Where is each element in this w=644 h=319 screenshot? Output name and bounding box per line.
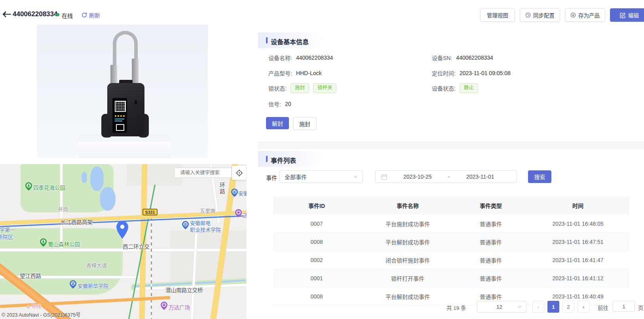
screen-text-line1 bbox=[115, 119, 124, 119]
goto-page-input-wrap bbox=[613, 301, 635, 312]
date-end[interactable]: 2023-11-01 bbox=[450, 174, 511, 180]
map-label-qianshan-rd: 潜山南路立交桥 bbox=[165, 286, 203, 294]
map-label-jinggang: 井岗 bbox=[58, 205, 68, 213]
device-state-badge: 静止 bbox=[460, 83, 478, 93]
date-range-picker[interactable]: 2023-10-25 - 2023-11-01 bbox=[375, 170, 517, 183]
goto-label: 前往 bbox=[598, 304, 608, 311]
qr-code bbox=[115, 101, 126, 112]
map-road-line4 bbox=[0, 296, 170, 308]
manage-view-button[interactable]: 管理视图 bbox=[480, 8, 515, 22]
sync-config-button[interactable]: 同步配置 bbox=[520, 8, 560, 22]
device-info-title: 设备基本信息 bbox=[271, 37, 309, 46]
device-info-title-bar bbox=[266, 37, 268, 43]
route-badge-s331: S331 bbox=[142, 209, 158, 215]
prev-page-button[interactable]: ‹ bbox=[532, 301, 544, 313]
page-1-button[interactable]: 1 bbox=[547, 301, 559, 313]
school-pin-icon[interactable] bbox=[182, 221, 189, 230]
map-label-forest-park: 蜀山森林公园 bbox=[48, 240, 80, 248]
save-icon bbox=[570, 12, 576, 18]
search-button[interactable]: 搜索 bbox=[528, 170, 551, 183]
map-label-xiangzhang-rd: 香樟大道 bbox=[86, 261, 107, 269]
edit-button[interactable]: 编辑 bbox=[610, 8, 644, 22]
screen-doc-icon bbox=[116, 124, 124, 131]
map-label-xierhuan: 西二环立交 bbox=[123, 242, 150, 250]
refresh-icon bbox=[82, 12, 87, 18]
pagination-total: 共 19 条 bbox=[446, 304, 466, 311]
page-title-device-id: 440062208334 bbox=[13, 10, 57, 18]
map-label-changjiang-rd: 长江西路高架 bbox=[61, 218, 93, 226]
refresh-button[interactable]: 刷新 bbox=[82, 11, 100, 19]
lock-screen bbox=[112, 98, 127, 133]
park-pin-icon[interactable] bbox=[25, 182, 32, 192]
section-separator bbox=[257, 141, 644, 149]
seal-button[interactable]: 施封 bbox=[293, 117, 317, 130]
chevron-down-icon bbox=[517, 304, 522, 309]
map-water bbox=[82, 172, 87, 183]
event-list-title: 事件列表 bbox=[271, 155, 296, 165]
map-city-block bbox=[170, 230, 247, 282]
event-type-select[interactable]: 全部事件 bbox=[279, 170, 363, 183]
table-row[interactable]: 0002闭合锁杆施封事件普通事件2023-11-01 16:41:47 bbox=[273, 251, 629, 269]
device-name-row: 设备名称: 440062208334 bbox=[268, 54, 333, 62]
map-label-park-flower: 四季花海公园 bbox=[33, 183, 65, 191]
map-label-univ-line2: 新院区 bbox=[0, 233, 13, 240]
page-size-select[interactable]: 12 bbox=[477, 301, 526, 313]
shackle-sleeve-right bbox=[132, 59, 139, 85]
map-search-box[interactable] bbox=[174, 168, 232, 178]
lock-state-badge-sealed: 施封 bbox=[291, 83, 309, 93]
calendar-icon bbox=[381, 174, 387, 180]
product-model-row: 产品型号: HHD-Lock bbox=[268, 69, 321, 77]
lock-state-badge-bar-closed: 锁杆关 bbox=[313, 83, 337, 93]
goto-unit-label: 页 bbox=[638, 304, 644, 311]
map-label-wanda: 万达广场 bbox=[169, 303, 190, 311]
lock-state-row: 锁状态: 施封 锁杆关 bbox=[268, 83, 336, 93]
map-locate-button[interactable] bbox=[232, 166, 246, 180]
locate-time-row: 定位时间: 2023-11-01 09:05:08 bbox=[432, 69, 511, 77]
school-pin-icon[interactable] bbox=[231, 189, 238, 198]
unseal-button[interactable]: 解封 bbox=[266, 117, 289, 129]
map-attribution: © 2023 AutoNavi - GS(2021)6375号 bbox=[2, 311, 81, 318]
event-filter-label: 事件 bbox=[266, 174, 277, 181]
signal-row: 信号: 20 bbox=[268, 100, 291, 108]
edit-icon bbox=[620, 12, 626, 18]
screen-text-line2 bbox=[115, 121, 122, 121]
online-status-label: 在线 bbox=[62, 11, 73, 19]
map-label-annong: 安徽农 bbox=[238, 189, 247, 197]
locate-icon bbox=[236, 169, 243, 177]
map-label-univ-line1: 大学第一 bbox=[0, 226, 15, 233]
save-as-product-button[interactable]: 存为产品 bbox=[565, 8, 605, 22]
device-location-pin[interactable] bbox=[116, 221, 128, 240]
device-sn-row: 设备SN: 440062208334 bbox=[432, 54, 493, 62]
column-event-type: 事件类型 bbox=[455, 196, 526, 215]
date-start[interactable]: 2023-10-25 bbox=[387, 174, 448, 180]
map-railway bbox=[151, 211, 152, 319]
event-table: 事件ID 事件名称 事件类型 时间 0007平台施封成功事件普通事件2023-1… bbox=[273, 196, 629, 306]
next-page-button[interactable]: › bbox=[578, 301, 589, 313]
table-row[interactable]: 0008平台解封成功事件普通事件2023-11-01 16:40:49 bbox=[273, 287, 629, 306]
page-2-button[interactable]: 2 bbox=[562, 301, 574, 313]
table-row[interactable]: 0008平台解封成功事件普通事件2023-11-01 16:47:51 bbox=[273, 233, 629, 251]
back-icon[interactable] bbox=[2, 11, 11, 19]
device-state-row: 设备状态: 静止 bbox=[432, 83, 478, 93]
column-event-id: 事件ID bbox=[273, 196, 360, 215]
pedestal-front bbox=[78, 142, 170, 158]
table-row[interactable]: 0007平台施封成功事件普通事件2023-11-01 16:48:05 bbox=[273, 215, 629, 233]
lock-side-button bbox=[135, 100, 137, 104]
table-header-row: 事件ID 事件名称 事件类型 时间 bbox=[273, 196, 629, 215]
school-pin-icon[interactable] bbox=[70, 280, 76, 290]
goto-page-input[interactable] bbox=[613, 301, 635, 312]
map-label-xinhua-college: 安徽新华学院 bbox=[78, 282, 108, 289]
map-label-huanlu: 环路 bbox=[218, 182, 226, 195]
table-row[interactable]: 0001锁杆打开事件普通事件2023-11-01 16:41:12 bbox=[273, 269, 629, 287]
sync-icon bbox=[525, 12, 531, 18]
map-label-zhixin: 之心 bbox=[242, 211, 247, 219]
mall-pin-icon[interactable] bbox=[235, 209, 242, 219]
map-search-input[interactable] bbox=[174, 168, 232, 178]
mall-pin-icon[interactable] bbox=[161, 302, 167, 311]
map-water bbox=[90, 166, 104, 191]
map-city-block bbox=[127, 164, 182, 186]
screen-status-icons bbox=[115, 115, 125, 117]
park-pin-icon[interactable] bbox=[40, 238, 47, 248]
map[interactable]: S331 四季花海公园 井岗 长江西路高架 大学第一 新院区 蜀山森林公园 望江… bbox=[0, 164, 247, 319]
event-list-title-bar bbox=[266, 156, 268, 162]
